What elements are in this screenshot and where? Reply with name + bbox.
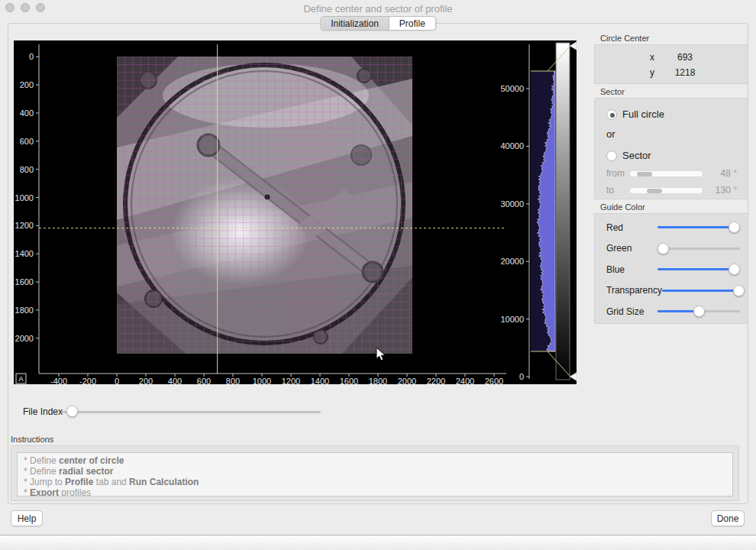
instructions-title: Instructions <box>11 435 53 444</box>
slider-label: Blue <box>595 264 657 275</box>
x-axis-tick-label: 0 <box>115 377 119 384</box>
x-axis-tick-label: 1600 <box>340 377 358 384</box>
instruction-line: * Define center of circle <box>24 455 726 466</box>
sector-title: Sector <box>594 84 748 98</box>
max-level-handle[interactable] <box>570 42 577 50</box>
sample-xray-image[interactable] <box>117 57 412 354</box>
x-axis-tick-label: 600 <box>197 377 211 384</box>
x-axis-tick-label: 2600 <box>485 377 503 384</box>
guide-slider-row-transparency: Transparency <box>595 280 748 302</box>
x-axis-tick-label: 2000 <box>398 377 416 384</box>
slider-thumb[interactable] <box>733 285 745 296</box>
settings-panel: Circle Center x 693 y 1218 Sector Full c… <box>594 31 748 324</box>
guide-slider-row-green: Green <box>595 238 748 260</box>
full-circle-radio[interactable] <box>606 109 617 120</box>
y-axis-tick-label: 1800 <box>15 306 34 315</box>
transparency-slider[interactable] <box>662 285 745 296</box>
done-button[interactable]: Done <box>711 510 745 526</box>
slider-thumb[interactable] <box>729 222 740 233</box>
instruction-line: * Jump to Profile tab and Run Calculatio… <box>24 477 726 487</box>
instruction-line: * Export profiles <box>24 487 726 497</box>
x-axis-tick-label: 1200 <box>282 377 300 384</box>
image-plot-area[interactable]: -400-20002004006008001000120014001600180… <box>14 40 577 384</box>
min-level-handle[interactable] <box>570 373 577 381</box>
hist-axis-tick-label: 40000 <box>500 141 524 150</box>
sector-to-thumb[interactable] <box>647 189 662 193</box>
y-axis-tick-label: 1600 <box>15 277 34 286</box>
full-circle-label: Full circle <box>622 108 664 120</box>
x-axis-tick-label: -200 <box>79 377 96 384</box>
y-axis-tick-label: 800 <box>20 165 34 174</box>
sector-from-slider[interactable] <box>629 170 703 177</box>
sector-to-value: 130 ° <box>703 185 748 196</box>
slider-label: Transparency <box>595 285 662 296</box>
circle-center-title: Circle Center <box>594 31 748 44</box>
sector-to-label: to <box>595 185 618 196</box>
help-button[interactable]: Help <box>11 510 43 526</box>
red-slider[interactable] <box>657 222 740 233</box>
y-axis-tick-label: 0 <box>29 52 34 61</box>
center-x-row: x 693 <box>595 50 748 65</box>
tab-profile[interactable]: Profile <box>389 17 435 30</box>
center-y-label: y <box>595 67 654 78</box>
window-title: Define center and sector of profile <box>0 3 756 15</box>
or-label: or <box>595 120 748 140</box>
center-x-value: 693 <box>654 52 716 63</box>
x-axis-tick-label: 2400 <box>456 377 474 384</box>
file-index-label: File Index <box>23 406 63 417</box>
slider-thumb[interactable] <box>657 243 669 254</box>
tab-bar: Initialization Profile <box>320 16 436 31</box>
y-axis-tick-label: 400 <box>20 108 34 118</box>
title-bar: Define center and sector of profile <box>0 0 756 17</box>
window-footer <box>0 535 756 550</box>
sector-from-label: from <box>595 168 618 179</box>
hist-axis-tick-label: 20000 <box>500 257 524 266</box>
x-axis-tick-label: 200 <box>139 377 153 384</box>
blue-slider[interactable] <box>657 264 740 275</box>
sector-from-thumb[interactable] <box>637 172 652 176</box>
instruction-line: * Define radial sector <box>24 466 726 477</box>
sector-radio[interactable] <box>606 150 617 161</box>
hist-axis-tick-label: 50000 <box>500 84 524 93</box>
green-slider[interactable] <box>657 243 740 254</box>
x-axis-tick-label: 1000 <box>253 377 271 384</box>
x-axis-tick-label: 800 <box>226 377 240 384</box>
guide-color-title: Guide Color <box>594 199 748 213</box>
y-axis-tick-label: 200 <box>20 80 34 89</box>
circle-center-group: x 693 y 1218 <box>594 44 748 84</box>
sector-to-slider[interactable] <box>629 187 703 194</box>
guide-slider-row-blue: Blue <box>595 259 748 280</box>
auto-range-button[interactable]: A <box>16 374 26 383</box>
slider-thumb[interactable] <box>693 306 705 317</box>
x-axis-tick-label: -400 <box>50 377 67 384</box>
grayscale-colorbar[interactable] <box>556 43 570 380</box>
x-axis-tick-label: 1400 <box>311 377 329 384</box>
sector-group: Full circle or Sector from 48 ° to 130 ° <box>594 98 748 199</box>
hist-axis-tick-label: 30000 <box>500 199 524 209</box>
instructions-text: * Define center of circle* Define radial… <box>17 452 733 497</box>
x-axis-tick-label: 2200 <box>427 377 445 384</box>
guide-grid-overlay <box>117 57 412 354</box>
tab-initialization[interactable]: Initialization <box>321 17 389 30</box>
histogram-lut[interactable]: 01000020000300004000050000 <box>500 42 577 382</box>
center-y-value: 1218 <box>654 67 716 78</box>
sector-label: Sector <box>622 150 651 161</box>
y-axis-tick-label: 1400 <box>15 249 34 258</box>
slider-label: Red <box>595 222 657 233</box>
x-axis-tick-label: 1800 <box>369 377 387 384</box>
slider-thumb[interactable] <box>729 264 740 275</box>
slider-label: Green <box>595 243 657 254</box>
grid-size-slider[interactable] <box>657 306 740 317</box>
slider-label: Grid Size <box>595 306 657 317</box>
hist-axis-tick-label: 0 <box>519 372 524 381</box>
svg-text:A: A <box>18 375 23 383</box>
file-index-slider[interactable] <box>61 406 321 418</box>
x-axis-tick-label: 400 <box>168 377 182 384</box>
center-y-row: y 1218 <box>595 65 748 80</box>
y-axis-tick-label: 2000 <box>15 334 34 343</box>
guide-slider-row-grid-size: Grid Size <box>595 301 748 322</box>
sector-from-value: 48 ° <box>703 168 748 179</box>
hist-axis-tick-label: 10000 <box>500 315 524 324</box>
instructions-group: * Define center of circle* Define radial… <box>11 445 739 501</box>
file-index-thumb[interactable] <box>66 406 78 417</box>
